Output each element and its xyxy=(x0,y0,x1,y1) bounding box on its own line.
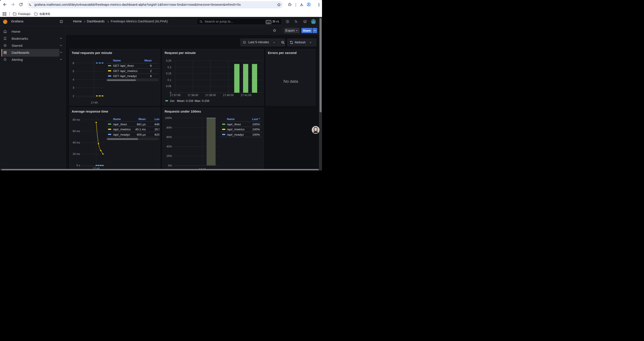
svg-text:40%: 40% xyxy=(166,145,172,148)
svg-text:GET /api/_/metrics: GET /api/_/metrics xyxy=(113,69,138,73)
svg-text:2: 2 xyxy=(150,69,152,73)
svg-text:40 ms: 40 ms xyxy=(72,141,80,144)
svg-text:20.5 ms: 20.5 ms xyxy=(154,128,160,131)
svg-text:/api/_/livez: /api/_/livez xyxy=(113,123,127,126)
svg-text:5: 5 xyxy=(73,70,74,73)
svg-text:646 µs: 646 µs xyxy=(154,123,160,126)
svg-text:Max: 0.233: Max: 0.233 xyxy=(195,99,209,103)
svg-text:0.05: 0.05 xyxy=(166,85,171,88)
svg-text:/api/_/metrics: /api/_/metrics xyxy=(227,128,244,131)
svg-text:GET /api/_/livez: GET /api/_/livez xyxy=(113,64,134,67)
svg-text:100%: 100% xyxy=(165,117,172,120)
svg-text:17:37:00: 17:37:00 xyxy=(170,94,180,97)
svg-text:0.1: 0.1 xyxy=(168,79,171,82)
svg-text:100%: 100% xyxy=(252,128,260,131)
svg-text:4: 4 xyxy=(73,78,74,81)
svg-text:661 µs: 661 µs xyxy=(137,123,146,126)
svg-text:0.25: 0.25 xyxy=(166,59,171,62)
svg-text:Last *: Last * xyxy=(252,117,260,121)
svg-text:17:41:00: 17:41:00 xyxy=(241,94,252,97)
svg-text:80 ms: 80 ms xyxy=(72,118,80,121)
svg-text:6: 6 xyxy=(73,62,74,65)
svg-text:0.15: 0.15 xyxy=(166,72,171,75)
svg-text:100%: 100% xyxy=(252,123,260,126)
svg-text:0%: 0% xyxy=(168,164,172,167)
svg-text:620 µs: 620 µs xyxy=(154,133,160,136)
svg-text:Last *: Last * xyxy=(154,117,160,121)
svg-text:2xx: 2xx xyxy=(170,99,174,103)
svg-text:Mean: Mean xyxy=(138,117,146,121)
svg-text:17:40: 17:40 xyxy=(91,101,98,104)
svg-text:605 µs: 605 µs xyxy=(137,133,146,136)
svg-text:40.1 ms: 40.1 ms xyxy=(135,128,146,131)
svg-text:/api/_/metrics: /api/_/metrics xyxy=(113,128,131,131)
svg-text:100%: 100% xyxy=(252,133,260,136)
svg-text:2: 2 xyxy=(73,95,74,98)
svg-text:Mean: Mean xyxy=(144,59,152,62)
svg-text:20%: 20% xyxy=(166,154,172,158)
svg-text:80%: 80% xyxy=(166,126,172,129)
svg-text:/api/_/livez: /api/_/livez xyxy=(227,123,241,126)
svg-text:Name: Name xyxy=(227,117,234,121)
svg-text:GET /api/_/readyz: GET /api/_/readyz xyxy=(113,74,137,78)
svg-text:3: 3 xyxy=(73,86,74,89)
svg-text:/api/_/readyz: /api/_/readyz xyxy=(227,133,244,136)
svg-text:17:40:00: 17:40:00 xyxy=(223,94,234,97)
svg-text:Mean: 0.233: Mean: 0.233 xyxy=(177,99,193,103)
svg-text:20 ms: 20 ms xyxy=(72,153,80,156)
svg-text:0.2: 0.2 xyxy=(168,66,171,69)
svg-text:Name: Name xyxy=(113,59,121,62)
svg-text:/api/_/readyz: /api/_/readyz xyxy=(113,133,130,136)
svg-text:60 ms: 60 ms xyxy=(72,130,80,133)
svg-text:60%: 60% xyxy=(166,136,172,139)
svg-text:Name: Name xyxy=(113,117,121,121)
svg-text:6: 6 xyxy=(150,64,152,67)
svg-text:6: 6 xyxy=(150,74,152,78)
svg-text:17:39:00: 17:39:00 xyxy=(205,94,216,97)
svg-text:17:38:00: 17:38:00 xyxy=(188,94,198,97)
svg-text:0 s: 0 s xyxy=(76,164,80,167)
